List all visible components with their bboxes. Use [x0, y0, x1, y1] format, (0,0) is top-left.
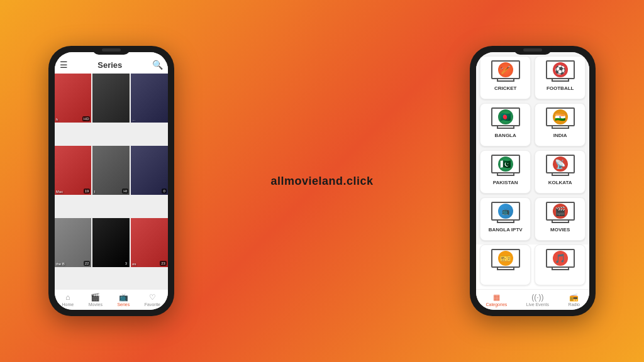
cell-label: the B — [56, 262, 65, 266]
menu-icon[interactable]: ☰ — [60, 60, 68, 70]
cat-extra2[interactable]: 🎵 — [535, 244, 586, 285]
cricket-label: CRICKET — [494, 85, 517, 91]
tv-frame-banglaiptv: 📺 — [491, 202, 520, 221]
nav-live-events[interactable]: ((·)) Live Events — [526, 293, 549, 307]
cell-label: Mac — [56, 190, 63, 194]
left-phone-screen: ☰ Series 🔍 h HD ... Mac 19 — [55, 52, 168, 310]
series-grid: h HD ... Mac 19 I HI 0 — [55, 74, 168, 289]
cell-badge: 22 — [84, 261, 91, 266]
series-cell[interactable]: Mac 19 — [55, 146, 92, 195]
cell-bg — [131, 218, 168, 267]
series-cell[interactable]: ... — [131, 74, 168, 123]
series-header: ☰ Series 🔍 — [55, 52, 168, 74]
nav-radio-label: Radio — [569, 302, 580, 307]
banglaiptv-label: BANGLA IPTV — [489, 227, 523, 233]
tv-base — [552, 126, 569, 129]
home-icon: ⌂ — [65, 293, 70, 302]
tv-frame-bangla: 🇧🇩 — [491, 107, 520, 126]
nav-series[interactable]: 📺 Series — [117, 293, 130, 307]
series-cell[interactable]: h HD — [55, 74, 92, 123]
tv-base — [497, 126, 514, 129]
right-phone-speaker — [523, 48, 542, 52]
extra1-icon: 🎫 — [498, 251, 513, 266]
cell-badge: 19 — [84, 189, 91, 194]
cat-extra1[interactable]: 🎫 — [480, 244, 531, 285]
series-cell[interactable]: I HI — [92, 146, 130, 195]
nav-favorite[interactable]: ♡ Favorite — [145, 293, 160, 307]
cell-badge: HD — [82, 116, 91, 121]
left-phone-speaker — [102, 48, 121, 52]
right-phone-screen: 🏏 CRICKET ⚽ FOOTBALL 🇧🇩 BANGLA — [476, 52, 589, 310]
series-cell[interactable]: 0 — [131, 146, 168, 195]
tv-frame-extra2: 🎵 — [546, 249, 575, 268]
partial-categories: 🎫 🎵 — [476, 244, 589, 289]
football-label: FOOTBALL — [547, 85, 574, 91]
india-label: INDIA — [553, 133, 567, 138]
favorite-icon: ♡ — [149, 293, 156, 302]
tv-base — [497, 79, 514, 82]
cat-cricket[interactable]: 🏏 CRICKET — [480, 56, 531, 99]
cell-bg — [92, 146, 130, 195]
live-events-icon: ((·)) — [531, 293, 543, 302]
nav-live-events-label: Live Events — [526, 302, 549, 307]
series-cell[interactable]: 3 — [92, 218, 130, 267]
cat-bangla[interactable]: 🇧🇩 BANGLA — [480, 103, 531, 146]
cell-badge: 0 — [162, 189, 166, 194]
kolkata-icon: 📡 — [553, 156, 568, 172]
tv-base — [552, 221, 569, 223]
tv-frame-cricket: 🏏 — [491, 60, 520, 79]
cell-label: I — [94, 190, 95, 194]
tv-frame-pakistan: 🇵🇰 — [491, 155, 520, 173]
tv-frame-extra1: 🎫 — [491, 249, 520, 268]
categories-icon: ▦ — [493, 293, 500, 302]
cell-label: ... — [132, 118, 135, 121]
tv-frame-movies: 🎬 — [546, 202, 575, 221]
cell-bg — [92, 218, 130, 267]
cell-label: h — [56, 118, 58, 121]
nav-home[interactable]: ⌂ Home — [62, 293, 74, 307]
football-icon: ⚽ — [553, 62, 568, 77]
tv-base — [497, 173, 514, 176]
cricket-icon: 🏏 — [498, 62, 513, 77]
cell-bg — [131, 146, 168, 195]
right-phone: 🏏 CRICKET ⚽ FOOTBALL 🇧🇩 BANGLA — [470, 46, 596, 316]
search-icon[interactable]: 🔍 — [152, 60, 163, 70]
bangla-label: BANGLA — [495, 133, 516, 138]
categories-grid: 🏏 CRICKET ⚽ FOOTBALL 🇧🇩 BANGLA — [476, 52, 589, 244]
cell-bg — [55, 218, 92, 267]
banglaiptv-icon: 📺 — [498, 204, 513, 219]
tv-base — [552, 268, 569, 270]
kolkata-label: KOLKATA — [548, 180, 572, 185]
movies-icon: 🎬 — [91, 293, 100, 302]
india-icon: 🇮🇳 — [553, 109, 568, 124]
series-cell[interactable] — [92, 74, 130, 123]
tv-base — [497, 221, 514, 223]
tv-frame-football: ⚽ — [546, 60, 575, 79]
cat-pakistan[interactable]: 🇵🇰 PAKISTAN — [480, 150, 531, 194]
tv-base — [497, 268, 514, 270]
cell-badge: 23 — [160, 261, 167, 266]
nav-radio[interactable]: 📻 Radio — [569, 293, 580, 307]
nav-categories[interactable]: ▦ Categories — [486, 293, 507, 307]
radio-icon: 📻 — [569, 293, 579, 302]
cell-label: es — [132, 262, 136, 266]
nav-categories-label: Categories — [486, 302, 507, 307]
tv-base — [552, 79, 569, 82]
cat-football[interactable]: ⚽ FOOTBALL — [535, 56, 586, 99]
nav-movies[interactable]: 🎬 Movies — [89, 293, 103, 307]
nav-movies-label: Movies — [89, 302, 103, 307]
cell-bg — [55, 146, 92, 195]
series-cell[interactable]: es 23 — [131, 218, 168, 267]
cat-kolkata[interactable]: 📡 KOLKATA — [535, 150, 586, 194]
cell-badge: HI — [122, 189, 128, 194]
cat-banglaiptv[interactable]: 📺 BANGLA IPTV — [480, 197, 531, 241]
movies-cat-icon: 🎬 — [553, 204, 568, 219]
series-cell[interactable]: the B 22 — [55, 218, 92, 267]
cat-india[interactable]: 🇮🇳 INDIA — [535, 103, 586, 146]
nav-home-label: Home — [62, 302, 74, 307]
pakistan-icon: 🇵🇰 — [498, 156, 513, 172]
extra2-icon: 🎵 — [553, 251, 568, 266]
cat-movies[interactable]: 🎬 MOVIES — [535, 197, 586, 241]
series-title: Series — [97, 60, 122, 70]
cat-nav: ▦ Categories ((·)) Live Events 📻 Radio — [476, 289, 589, 310]
